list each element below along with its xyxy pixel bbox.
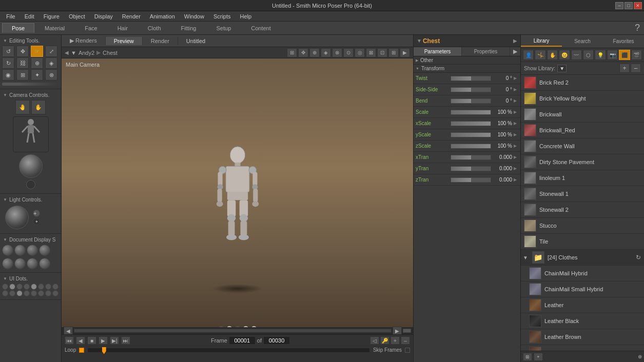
lib-item-tile[interactable]: Tile	[521, 234, 644, 250]
tool-light[interactable]: ✦	[31, 69, 43, 81]
lib-item-stucco[interactable]: Stucco	[521, 218, 644, 234]
scale-slider[interactable]	[451, 110, 491, 115]
lib-icon-figure[interactable]: 👤	[523, 50, 534, 60]
lib-item-leather-black[interactable]: Leather Black	[521, 313, 644, 329]
editing-tools-header[interactable]: Editing Tools.	[1, 37, 60, 45]
tab-hair[interactable]: Hair	[108, 23, 138, 33]
scroll-left-btn[interactable]: ◀	[64, 327, 73, 334]
lib-item-brick-yellow[interactable]: Brick Yellow Bright	[521, 91, 644, 107]
bend-expand[interactable]: ▶	[512, 98, 518, 103]
lib-icon-scene[interactable]: 🎬	[631, 50, 642, 60]
display-ball-8[interactable]	[39, 258, 50, 269]
lib-tab-favorites[interactable]: Favorites	[603, 36, 644, 46]
tab-parameters[interactable]: Parameters	[414, 47, 462, 56]
lib-add-icon[interactable]: +	[619, 64, 630, 73]
dot-14[interactable]	[38, 290, 44, 296]
camera-controls-header[interactable]: Camera Controls.	[1, 91, 60, 99]
lib-icon-light[interactable]: 💡	[595, 50, 606, 60]
lib-item-stonewall1[interactable]: Stonewall 1	[521, 186, 644, 202]
tool-camera[interactable]: ⊞	[16, 69, 29, 81]
lib-icon-prop[interactable]: ⬡	[583, 50, 594, 60]
menu-help[interactable]: Help	[236, 13, 256, 20]
dot-1[interactable]	[2, 284, 8, 290]
zscale-slider[interactable]	[451, 144, 491, 149]
tl-minus-btn[interactable]: –	[401, 336, 410, 345]
preview-tab[interactable]: Preview	[106, 37, 143, 45]
light-sphere[interactable]	[5, 206, 29, 229]
menu-animation[interactable]: Animation	[146, 13, 179, 20]
path-character[interactable]: Andy2	[79, 50, 94, 56]
scene-tool-8[interactable]: ⊠	[366, 48, 376, 57]
lib-item-dirty-stone[interactable]: Dirty Stone Pavement	[521, 154, 644, 170]
scene-tool-9[interactable]: ⊡	[377, 48, 387, 57]
menu-scripts[interactable]: Scripts	[209, 13, 235, 20]
dot-4[interactable]	[24, 284, 30, 290]
param-tab-expand[interactable]: ▶	[510, 47, 520, 56]
menu-display[interactable]: Display	[90, 13, 117, 20]
lib-item-chainmail-small[interactable]: ChainMail Small Hybrid	[521, 281, 644, 297]
lib-item-brickwall[interactable]: Brickwall	[521, 107, 644, 123]
light-sub-btn[interactable]: ✦	[33, 218, 40, 225]
tl-key-btn[interactable]: 🔑	[380, 336, 389, 345]
lib-item-brick-red-2[interactable]: Brick Red 2	[521, 75, 644, 91]
sideside-slider[interactable]	[451, 87, 491, 92]
scene-tool-3[interactable]: ⊕	[309, 48, 320, 57]
scene-tool-5[interactable]: ⊗	[332, 48, 342, 57]
xtran-slider[interactable]	[451, 155, 491, 160]
dot-12[interactable]	[24, 290, 30, 296]
tl-next-frame[interactable]: ▶|	[110, 336, 119, 345]
scene-tool-2[interactable]: ✥	[298, 48, 308, 57]
lib-item-leather-brown[interactable]: Leather Brown	[521, 329, 644, 345]
lib-tab-search[interactable]: Search	[562, 36, 603, 46]
other-section-header[interactable]: Other	[414, 56, 520, 65]
ztran-slider[interactable]	[451, 177, 491, 183]
dot-15[interactable]	[45, 290, 51, 296]
lib-item-leather[interactable]: Leather	[521, 297, 644, 313]
scene-tool-1[interactable]: ⊞	[287, 48, 297, 57]
cam-left-hand[interactable]: 🤚	[15, 100, 30, 114]
tl-step-fwd[interactable]: ⏭	[121, 336, 130, 345]
menu-object[interactable]: Object	[65, 13, 89, 20]
dot-13[interactable]	[31, 290, 37, 296]
maximize-button[interactable]: □	[625, 2, 633, 9]
menu-edit[interactable]: Edit	[21, 13, 38, 20]
ytran-expand[interactable]: ▶	[512, 166, 518, 171]
scroll-right-btn[interactable]: ▶	[393, 327, 402, 334]
render-tab-btn[interactable]: Render	[143, 37, 178, 45]
lib-category-clothes[interactable]: ▼ 📁 [24] Clothes ↻	[521, 250, 644, 266]
xscale-expand[interactable]: ▶	[512, 121, 518, 126]
lib-icon-hand[interactable]: ✋	[547, 50, 558, 60]
menu-file[interactable]: File	[2, 13, 19, 20]
dot-8[interactable]	[52, 284, 58, 290]
lib-icon-hair[interactable]: 〰	[571, 50, 582, 60]
tl-plus-btn[interactable]: +	[391, 336, 400, 345]
twist-slider[interactable]	[451, 76, 491, 81]
loop-indicator[interactable]	[79, 348, 84, 353]
xtran-expand[interactable]: ▶	[512, 155, 518, 159]
tab-content[interactable]: Content	[241, 23, 281, 33]
ui-dots-header[interactable]: UI Dots.	[1, 275, 60, 283]
scene-tool-7[interactable]: ◎	[355, 48, 365, 57]
document-display-header[interactable]: Document Display S	[1, 236, 60, 244]
tab-properties[interactable]: Properties	[462, 47, 510, 56]
tl-step-back[interactable]: ⏮	[65, 336, 74, 345]
display-ball-5[interactable]	[2, 258, 13, 269]
show-library-dropdown[interactable]: ▼	[557, 65, 567, 72]
dot-6[interactable]	[38, 284, 44, 290]
dot-16[interactable]	[52, 290, 58, 296]
bend-slider[interactable]	[451, 98, 491, 104]
sideside-expand[interactable]: ▶	[512, 87, 518, 92]
zscale-expand[interactable]: ▶	[512, 144, 518, 148]
menu-render[interactable]: Render	[118, 13, 145, 20]
tool-twist[interactable]: ↻	[2, 57, 14, 69]
lib-remove-icon[interactable]: –	[631, 64, 641, 73]
tool-chain[interactable]: ⛓	[16, 57, 29, 69]
lib-footer-btn-1[interactable]: ⊞	[523, 353, 532, 361]
tab-fitting[interactable]: Fitting	[171, 23, 206, 33]
transform-section-header[interactable]: Transform	[414, 65, 520, 73]
scroll-thumb[interactable]	[403, 329, 411, 333]
ztran-expand[interactable]: ▶	[512, 177, 518, 182]
scene-tool-4[interactable]: ◈	[321, 48, 331, 57]
xscale-slider[interactable]	[451, 121, 491, 126]
scale-expand[interactable]: ▶	[512, 110, 518, 114]
